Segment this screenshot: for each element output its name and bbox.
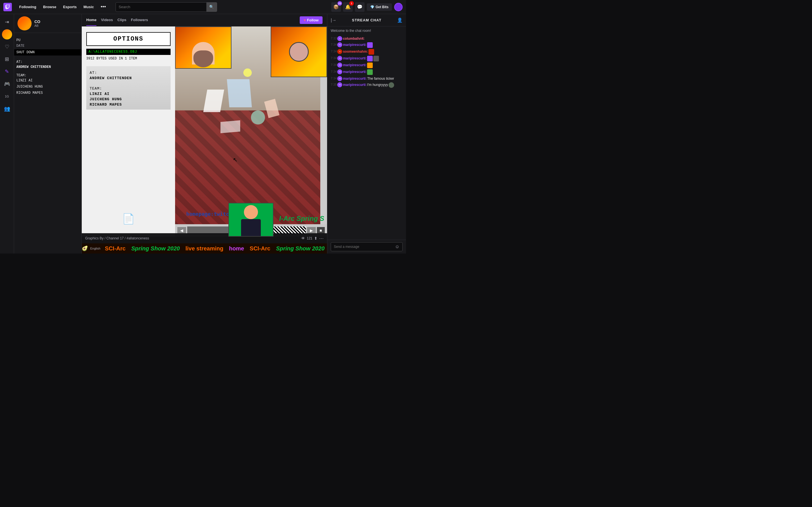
tab-home[interactable]: Home xyxy=(86,14,96,26)
channel-tabs: Home Videos Clips Followers ♥ Follow xyxy=(82,14,327,26)
get-bits-button[interactable]: 💎 Get Bits xyxy=(367,3,392,11)
nav-links: Following Browse Esports Music ••• xyxy=(16,2,109,11)
team-member-1: LINZI AI xyxy=(16,77,79,83)
follow-button[interactable]: ♥ Follow xyxy=(300,16,322,24)
options-team-3: RICHARD MAPES xyxy=(89,102,168,107)
notifications-button[interactable]: 🔔 1 xyxy=(343,2,353,12)
sidebar-pencil-icon[interactable]: ✎ xyxy=(1,66,13,77)
channel-sidebar: CO AB PU DATE SHUT DOWN AT: ANDREW CHITT… xyxy=(14,14,82,253)
nav-music[interactable]: Music xyxy=(81,3,97,11)
chat-message-2: 7:34 m maripirescurti: xyxy=(331,42,403,48)
share-button[interactable]: ⬆ xyxy=(314,236,317,240)
ticker-bar: 🥑 English SCI-Arc Spring Show 2020 live … xyxy=(82,243,327,253)
chat-username: maripirescurti: xyxy=(343,62,366,68)
whispers-button[interactable]: 💬 xyxy=(355,2,364,12)
chat-input-box[interactable]: ☺ xyxy=(331,242,403,251)
twitch-logo[interactable] xyxy=(3,3,12,11)
options-team-1: LINZI AI xyxy=(89,91,168,97)
sidebar-friends-icon[interactable]: 👥 xyxy=(1,103,13,114)
user-avatar-maripirescurti-2: m xyxy=(337,56,342,61)
eye-icon: 👁 xyxy=(301,236,305,240)
chat-message-5: 7:34 m maripirescurti: xyxy=(331,62,403,68)
search-bar[interactable]: 🔍 xyxy=(116,2,217,12)
chat-username: soomeenhahm: xyxy=(343,49,368,54)
user-avatar-maripirescurti-6: m xyxy=(337,82,342,87)
chat-time: 7:34 xyxy=(331,49,337,54)
user-avatar-maripirescurti-5: m xyxy=(337,76,342,81)
chat-message-4: 7:34 m maripirescurti: xyxy=(331,56,403,61)
video-content: OPTIONS A:\ALLATONECENESS.OBJ 3912 BYTES… xyxy=(82,26,327,253)
ticker-spring-1: Spring Show 2020 xyxy=(131,245,180,252)
chat-time: 7:34 xyxy=(331,62,337,67)
sidebar-collapse-icon[interactable]: ⇥ xyxy=(1,16,13,27)
chat-message-input[interactable] xyxy=(334,245,393,249)
channel-avatar[interactable] xyxy=(17,16,32,31)
chat-title: STREAM CHAT xyxy=(339,18,395,22)
more-options-button[interactable]: ⋯ xyxy=(319,236,324,241)
nav-browse[interactable]: Browse xyxy=(40,3,59,11)
user-avatar[interactable] xyxy=(394,3,403,11)
user-avatar-maripirescurti-3: m xyxy=(337,62,342,68)
chat-collapse-button[interactable]: |→ xyxy=(331,18,336,23)
prime-icon-button[interactable]: 📦 23 xyxy=(331,2,341,12)
search-button[interactable]: 🔍 xyxy=(206,2,217,12)
channel-name: CO xyxy=(35,19,78,24)
bytes-info: 3912 BYTES USED IN 1 ITEM xyxy=(86,56,170,61)
chat-header: |→ STREAM CHAT 👤 xyxy=(327,14,406,26)
at-section-label: AT: xyxy=(89,68,168,75)
nav-right-icons: 📦 23 🔔 1 💬 💎 Get Bits xyxy=(331,2,403,12)
chat-time: 7:34 xyxy=(331,76,337,81)
team-label: TEAM: xyxy=(16,73,79,77)
team-member-2: JUICHENG HUNG xyxy=(16,83,79,90)
chat-username: maripirescurti: xyxy=(343,56,366,61)
user-avatar-maripirescurti-4: m xyxy=(337,69,342,74)
sidebar-1g-icon[interactable]: 1G xyxy=(1,91,13,102)
nav-action-button[interactable]: ■ xyxy=(317,227,325,234)
sidebar-heart-icon[interactable]: ♡ xyxy=(1,41,13,52)
channel-tag: AB xyxy=(35,24,78,27)
sciarc-overlay: I-Arc Spring S xyxy=(279,215,324,223)
options-left-panel: OPTIONS A:\ALLATONECENESS.OBJ 3912 BYTES… xyxy=(82,26,175,237)
chat-username: maripirescurti: xyxy=(343,42,366,47)
chat-time: 7:33 xyxy=(331,36,337,41)
tab-videos[interactable]: Videos xyxy=(101,14,113,26)
webcam-presenter-left xyxy=(175,26,232,69)
follow-label: Follow xyxy=(307,18,319,22)
user-avatar-maripirescurti-1: m xyxy=(337,42,342,47)
nav-following[interactable]: Following xyxy=(16,3,39,11)
options-team-2: JUICHENG HUNG xyxy=(89,97,168,102)
chat-input-area: ☺ xyxy=(327,240,406,253)
stream-info-bar: Graphics By / Channel 17 / #allatoncenes… xyxy=(82,233,327,243)
chat-username: maripirescurti: xyxy=(343,76,366,81)
chat-message-1: 7:33 c columbalivi4: xyxy=(331,36,403,41)
sidebar-browse-icon[interactable]: ⊞ xyxy=(1,54,13,65)
language-label: English xyxy=(90,247,100,250)
tab-clips[interactable]: Clips xyxy=(117,14,126,26)
nav-more[interactable]: ••• xyxy=(98,2,109,11)
search-input[interactable] xyxy=(119,5,206,9)
channel-info-pu: PU xyxy=(16,38,79,43)
stream-title-text: Graphics By / Channel 17 / #allatoncenes… xyxy=(85,236,149,240)
user-avatar-columbalivi: c xyxy=(337,36,342,41)
chat-time: 7:35 xyxy=(331,82,337,87)
gem-icon: 💎 xyxy=(370,5,374,9)
nav-left-button[interactable]: ◀ xyxy=(177,227,186,234)
chat-settings-button[interactable]: 👤 xyxy=(397,17,403,23)
nav-right-button[interactable]: ▶ xyxy=(307,227,316,234)
sidebar-avatar-1[interactable] xyxy=(2,29,12,40)
notification-badge: 23 xyxy=(338,1,342,6)
webcam-presenter-right xyxy=(271,26,327,77)
chat-username: maripirescurti: xyxy=(343,69,366,74)
top-navigation: Following Browse Esports Music ••• 🔍 📦 2… xyxy=(0,0,406,14)
chat-emote-3 xyxy=(367,56,373,61)
chat-emote-5 xyxy=(367,62,373,68)
video-player[interactable]: OPTIONS A:\ALLATONECENESS.OBJ 3912 BYTES… xyxy=(82,26,327,253)
chat-time: 7:34 xyxy=(331,56,337,61)
sidebar-game-icon[interactable]: 🎮 xyxy=(1,78,13,90)
chat-panel: |→ STREAM CHAT 👤 Welcome to the chat roo… xyxy=(327,14,406,253)
nav-esports[interactable]: Esports xyxy=(60,3,80,11)
chat-emote-picker-button[interactable]: ☺ xyxy=(395,244,400,249)
channel-info-shutdown[interactable]: SHUT DOWN xyxy=(14,49,82,55)
tab-followers[interactable]: Followers xyxy=(131,14,148,26)
webcam-presenter-bottom xyxy=(229,203,273,237)
